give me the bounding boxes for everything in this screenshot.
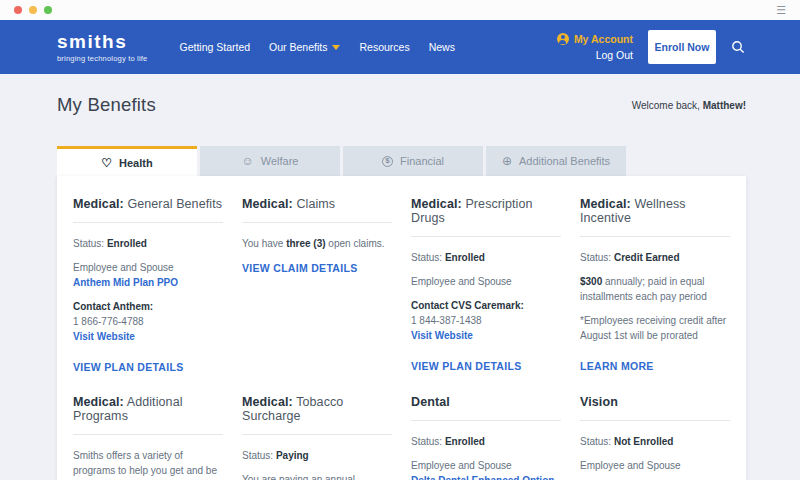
tab-label: Welfare xyxy=(261,155,299,167)
status-line: Status: Paying xyxy=(242,448,392,463)
hamburger-menu-icon[interactable]: ☰ xyxy=(776,5,786,16)
tab-health[interactable]: ♡ Health xyxy=(57,146,197,176)
brand-logo[interactable]: smiths bringing technology to life xyxy=(57,32,147,63)
nav-item-label: News xyxy=(429,41,455,53)
coverage-text: Employee and Spouse xyxy=(411,276,512,287)
nav-item-getting-started[interactable]: Getting Started xyxy=(179,41,250,53)
navbar-right: My Account Log Out Enroll Now xyxy=(557,30,745,64)
status-label: Status: xyxy=(580,252,611,263)
divider xyxy=(411,236,561,237)
benefit-card-medical-programs: Medical: Additional Programs Smiths offe… xyxy=(73,395,223,480)
surcharge-description: You are paying an annual tobacco surchar… xyxy=(242,472,392,480)
card-title-bold: Medical: xyxy=(242,395,293,409)
nav-item-resources[interactable]: Resources xyxy=(359,41,409,53)
my-account-label: My Account xyxy=(574,31,633,47)
benefit-card-medical-tobacco: Medical: Tobacco Surcharge Status: Payin… xyxy=(242,395,392,480)
nav-item-label: Our Benefits xyxy=(269,41,327,53)
card-title: Medical: Additional Programs xyxy=(73,395,223,423)
view-plan-details-link[interactable]: VIEW PLAN DETAILS xyxy=(411,360,522,372)
nav-links: Getting Started Our Benefits Resources N… xyxy=(179,41,454,53)
benefits-tabs: ♡ Health ☺ Welfare $ Financial ⊕ Additio… xyxy=(57,146,626,176)
claims-suffix: open claims. xyxy=(326,238,385,249)
nav-item-news[interactable]: News xyxy=(429,41,455,53)
chevron-down-icon xyxy=(332,45,340,50)
card-title-bold: Dental xyxy=(411,395,450,409)
view-plan-details-link[interactable]: VIEW PLAN DETAILS xyxy=(73,361,184,373)
tab-additional-benefits[interactable]: ⊕ Additional Benefits xyxy=(486,146,626,176)
window-controls xyxy=(14,6,52,14)
nav-item-our-benefits[interactable]: Our Benefits xyxy=(269,41,340,53)
benefits-card: Medical: General Benefits Status: Enroll… xyxy=(57,176,746,480)
card-title: Medical: Prescription Drugs xyxy=(411,197,561,225)
note-text: *Employees receiving credit after August… xyxy=(580,315,726,341)
logo-tagline: bringing technology to life xyxy=(57,54,147,63)
search-icon[interactable] xyxy=(731,40,745,54)
surcharge-prefix: You are paying an annual tobacco surchar… xyxy=(242,474,355,480)
card-title: Medical: General Benefits xyxy=(73,197,223,211)
visit-website-link[interactable]: Visit Website xyxy=(73,329,135,344)
coverage-line: Employee and Spouse xyxy=(580,458,730,473)
phone-number: 1 844-387-1438 xyxy=(411,315,482,326)
plan-link[interactable]: Delta Dental Enhanced Option xyxy=(411,473,554,480)
coverage-line: Employee and SpouseDelta Dental Enhanced… xyxy=(411,458,561,480)
contact-label: Contact Anthem: xyxy=(73,301,153,312)
benefit-card-dental: Dental Status: Enrolled Employee and Spo… xyxy=(411,395,561,480)
divider xyxy=(73,222,223,223)
claims-prefix: You have xyxy=(242,238,286,249)
card-title-bold: Medical: xyxy=(411,197,462,211)
benefit-card-medical-prescription: Medical: Prescription Drugs Status: Enro… xyxy=(411,197,561,375)
enroll-now-button[interactable]: Enroll Now xyxy=(648,30,716,64)
tab-financial[interactable]: $ Financial xyxy=(343,146,483,176)
divider xyxy=(242,434,392,435)
my-account-link[interactable]: My Account xyxy=(557,31,633,47)
tab-welfare[interactable]: ☺ Welfare xyxy=(200,146,340,176)
window-zoom-button[interactable] xyxy=(44,6,52,14)
coverage-text: Employee and Spouse xyxy=(411,460,512,471)
status-value: Enrolled xyxy=(445,252,485,263)
contact-block: Contact Anthem:1 866-776-4788Visit Websi… xyxy=(73,299,223,344)
nav-item-label: Resources xyxy=(359,41,409,53)
person-circle-icon xyxy=(557,33,569,45)
window-minimize-button[interactable] xyxy=(29,6,37,14)
smiley-icon: ☺ xyxy=(242,155,254,167)
visit-website-link[interactable]: Visit Website xyxy=(411,328,473,343)
status-line: Status: Enrolled xyxy=(73,236,223,251)
log-out-link[interactable]: Log Out xyxy=(557,47,633,63)
status-value: Credit Earned xyxy=(614,252,680,263)
dollar-circle-icon: $ xyxy=(382,156,393,167)
plus-circle-icon: ⊕ xyxy=(502,155,512,167)
program-description: Smiths offers a variety of programs to h… xyxy=(73,448,223,480)
description-text: Smiths offers a variety of programs to h… xyxy=(73,450,217,480)
welcome-prefix: Welcome back, xyxy=(632,100,703,111)
card-title: Medical: Wellness Incentive xyxy=(580,197,730,225)
status-label: Status: xyxy=(242,450,273,461)
card-title: Vision xyxy=(580,395,730,409)
card-title-bold: Medical: xyxy=(73,197,124,211)
window-close-button[interactable] xyxy=(14,6,22,14)
benefit-card-medical-claims: Medical: Claims You have three (3) open … xyxy=(242,197,392,375)
amount-line: $300 annually; paid in equal installment… xyxy=(580,274,730,304)
plan-link[interactable]: Anthem Mid Plan PPO xyxy=(73,275,178,290)
benefit-card-medical-general: Medical: General Benefits Status: Enroll… xyxy=(73,197,223,375)
card-title-bold: Medical: xyxy=(580,197,631,211)
status-label: Status: xyxy=(580,436,611,447)
prorate-note: *Employees receiving credit after August… xyxy=(580,313,730,343)
browser-titlebar: ☰ xyxy=(0,0,800,20)
account-block: My Account Log Out xyxy=(557,31,633,64)
card-title-rest: Claims xyxy=(293,197,335,211)
status-label: Status: xyxy=(411,436,442,447)
card-title-bold: Medical: xyxy=(242,197,293,211)
learn-more-link[interactable]: LEARN MORE xyxy=(580,360,654,372)
view-claim-details-link[interactable]: VIEW CLAIM DETAILS xyxy=(242,262,357,274)
divider xyxy=(580,420,730,421)
status-line: Status: Credit Earned xyxy=(580,250,730,265)
status-value: Enrolled xyxy=(445,436,485,447)
main-navbar: smiths bringing technology to life Getti… xyxy=(0,20,800,74)
status-line: Status: Not Enrolled xyxy=(580,434,730,449)
card-title-rest: General Benefits xyxy=(124,197,222,211)
heart-icon: ♡ xyxy=(101,157,112,169)
card-title-bold: Medical: xyxy=(73,395,124,409)
status-value: Paying xyxy=(276,450,309,461)
amount-value: $300 xyxy=(580,276,602,287)
contact-label: Contact CVS Caremark: xyxy=(411,300,524,311)
